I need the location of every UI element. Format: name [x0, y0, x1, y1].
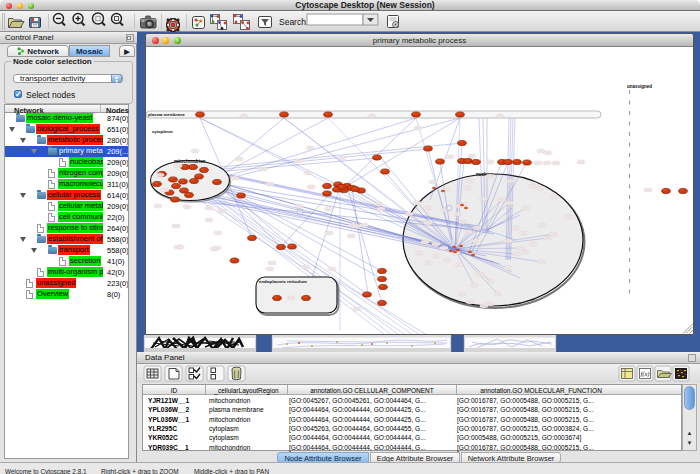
svg-text:endoplasmic reticulum: endoplasmic reticulum [259, 279, 307, 284]
svg-text:Search:: Search: [279, 17, 308, 27]
svg-text:plasma membrane: plasma membrane [148, 112, 185, 117]
svg-text:cytoplasm: cytoplasm [152, 129, 173, 134]
svg-text:f(x): f(x) [641, 370, 650, 378]
svg-text:unassigned: unassigned [627, 84, 652, 89]
svg-text:mitochondrion: mitochondrion [174, 159, 206, 164]
